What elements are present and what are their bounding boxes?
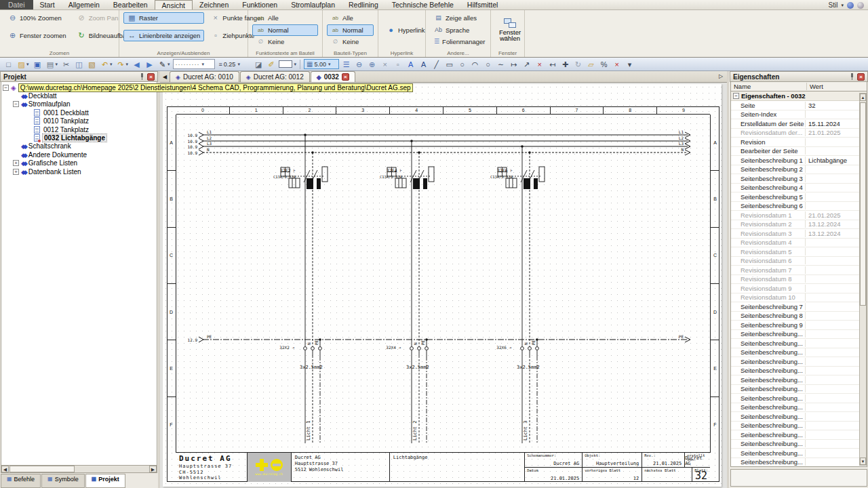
document-tab[interactable]: ◈ Ducret AG: 0010 × — [170, 71, 239, 82]
tree-expander-icon[interactable] — [13, 160, 19, 166]
line-width-select[interactable]: ≡0.25▾ — [216, 59, 252, 69]
close-icon[interactable]: × — [857, 73, 865, 81]
close-tab-icon[interactable]: × — [342, 73, 349, 81]
ribbon-button[interactable]: ●Hyperlink — [382, 24, 429, 36]
chevron-down-icon[interactable]: ▾ — [294, 62, 297, 67]
menu-item[interactable]: Start — [33, 0, 62, 9]
properties-group-row[interactable]: − Eigenschaften - 0032 — [731, 92, 867, 101]
collapse-icon[interactable]: − — [733, 93, 739, 99]
property-row[interactable]: Seitenbeschreibung... — [731, 394, 867, 403]
tree-item[interactable]: Deckblatt — [1, 92, 157, 100]
menu-item[interactable]: Datei — [0, 0, 33, 9]
menu-item[interactable]: Ansicht — [155, 0, 193, 9]
toolbar-button[interactable]: ↦ — [508, 58, 519, 70]
ribbon-button[interactable]: ⊖100% Zoomen — [4, 12, 71, 24]
property-row[interactable]: Revisionsdatum 6 — [731, 257, 867, 266]
toolbar-button[interactable]: ⊕ — [366, 58, 378, 70]
scrollbar-thumb[interactable] — [860, 102, 866, 306]
property-row[interactable]: Revisionsdatum 10 — [731, 293, 867, 303]
property-row[interactable]: Seitenbeschreibung... — [731, 367, 867, 376]
scroll-down-icon[interactable]: ▼ — [860, 458, 866, 465]
tree-item[interactable]: 0032 Lichtabgänge — [1, 134, 157, 142]
pin-icon[interactable] — [138, 73, 145, 80]
toolbar-button[interactable]: ▶ — [144, 58, 155, 70]
menu-item[interactable]: Technische Befehle — [385, 0, 460, 9]
property-row[interactable]: Revisionsdatum 4 — [731, 239, 867, 248]
property-row[interactable]: Seitenbeschreibung 2 — [731, 165, 867, 175]
property-row[interactable]: Revision — [731, 138, 867, 147]
toolbar-button[interactable]: ◠ — [469, 58, 481, 70]
property-row[interactable]: Seitenbeschreibung... — [731, 440, 867, 449]
property-row[interactable]: Seitenbeschreibung... — [731, 385, 867, 394]
menu-item[interactable]: Stromlaufplan — [284, 0, 342, 9]
tree-item[interactable]: 0001 Deckblatt — [1, 108, 157, 117]
scroll-right-icon[interactable]: ▶ — [149, 466, 157, 472]
drawing-canvas[interactable]: 0123456789 ABCDEF ABCDEF — [160, 83, 727, 488]
ribbon-button[interactable]: ⊕Fenster zoomen — [4, 30, 71, 41]
property-row[interactable]: Revisionsdatum der... 21.01.2025 — [731, 129, 867, 138]
panel-tab[interactable]: ▦Befehle — [1, 474, 41, 488]
ribbon-button[interactable]: ▤Zeige alles — [430, 12, 486, 24]
toolbar-button[interactable]: ▨▾ — [16, 58, 31, 70]
menu-item[interactable]: Redlining — [342, 0, 385, 9]
property-row[interactable]: Seiten-Index — [731, 110, 867, 120]
help-icon[interactable] — [857, 2, 864, 9]
toolbar-button[interactable]: ○ — [456, 58, 468, 70]
scrollbar-thumb[interactable] — [9, 466, 75, 472]
document-tab[interactable]: ◈ 0032 × — [311, 71, 355, 82]
ribbon-button[interactable]: ∅Keine — [327, 36, 374, 47]
tree-expander-icon[interactable] — [3, 85, 9, 91]
toolbar-button[interactable]: ✚ — [559, 58, 571, 70]
property-row[interactable]: Seitenbeschreibung... — [731, 348, 867, 358]
toolbar-button[interactable]: × — [379, 58, 391, 70]
toolbar-button[interactable]: A — [405, 58, 416, 70]
toolbar-button[interactable]: □ — [3, 58, 14, 70]
property-row[interactable]: Seitenbeschreibung... — [731, 375, 867, 385]
toolbar-button[interactable]: ↶▾ — [99, 58, 114, 70]
toolbar-button[interactable]: ↗ — [521, 58, 532, 70]
property-row[interactable]: Seitenbeschreibung 7 — [731, 302, 867, 312]
property-row[interactable]: Seitenbeschreibung... — [731, 403, 867, 413]
toolbar-button[interactable]: ◀ — [131, 58, 142, 70]
tab-scroll-right-icon[interactable]: ▷ — [716, 71, 726, 81]
toolbar-button[interactable]: ∼ — [495, 58, 507, 70]
vertical-scrollbar[interactable]: ▲ ▼ — [859, 93, 867, 466]
panel-splitter[interactable] — [727, 71, 729, 488]
toolbar-button[interactable]: × — [534, 58, 545, 70]
chevron-down-icon[interactable]: ▾ — [841, 3, 844, 8]
ribbon-button[interactable]: abAlle — [252, 12, 318, 24]
property-row[interactable]: Revisionsdatum 7 — [731, 266, 867, 275]
property-row[interactable]: Seitenbeschreibung... — [731, 330, 867, 340]
tree-item[interactable]: Datenbank Listen — [1, 167, 157, 176]
ribbon-button[interactable]: ▦Raster — [123, 12, 204, 24]
property-row[interactable]: Seitenbeschreibung... — [731, 339, 867, 348]
property-row[interactable]: Seite 32 — [731, 101, 867, 110]
tree-item[interactable]: Stromlaufplan — [1, 100, 157, 108]
menu-item[interactable]: Allgemein — [62, 0, 106, 9]
property-row[interactable]: Seitenbeschreibung 1 Lichtabgänge — [731, 156, 867, 165]
toolbar-button[interactable]: ▧ — [86, 58, 98, 70]
toolbar-button[interactable]: ○ — [482, 58, 494, 70]
toolbar-button[interactable]: ↻ — [572, 58, 584, 70]
menu-item[interactable]: Hilfsmittel — [460, 0, 505, 9]
menu-item[interactable]: Bearbeiten — [106, 0, 155, 9]
tree-item[interactable]: Q:\www.ducretag.ch\Homepage 2025\2 Diens… — [1, 83, 157, 92]
style-menu[interactable]: Stil — [829, 1, 838, 9]
horizontal-scrollbar[interactable]: ◀ ▶ — [1, 465, 157, 473]
property-row[interactable]: Revisionsdatum 2 13.12.2024 — [731, 220, 867, 230]
property-row[interactable]: Seitenbeschreibung... — [731, 449, 867, 458]
property-row[interactable]: Seitenbeschreibung... — [731, 357, 867, 367]
property-row[interactable]: Revisionsdatum 1 21.01.2025 — [731, 211, 867, 220]
toolbar-button[interactable]: ▾ — [624, 58, 635, 70]
toolbar-button[interactable]: ✎▾ — [157, 58, 172, 70]
tree-item[interactable]: Grafische Listen — [1, 159, 157, 167]
property-row[interactable]: Revisionsdatum 5 — [731, 247, 867, 257]
toolbar-button[interactable]: ▤▾ — [45, 58, 60, 70]
tree-item[interactable]: 0010 Tankplatz — [1, 117, 157, 125]
property-row[interactable]: Bearbeiter der Seite — [731, 147, 867, 157]
tree-item[interactable]: Schaltschrank — [1, 142, 157, 150]
pin-icon[interactable] — [848, 73, 855, 80]
property-row[interactable]: Seitenbeschreibung 4 — [731, 184, 867, 193]
ribbon-button[interactable]: abNormal — [252, 24, 318, 36]
property-row[interactable]: Seitenbeschreibung... — [731, 422, 867, 431]
